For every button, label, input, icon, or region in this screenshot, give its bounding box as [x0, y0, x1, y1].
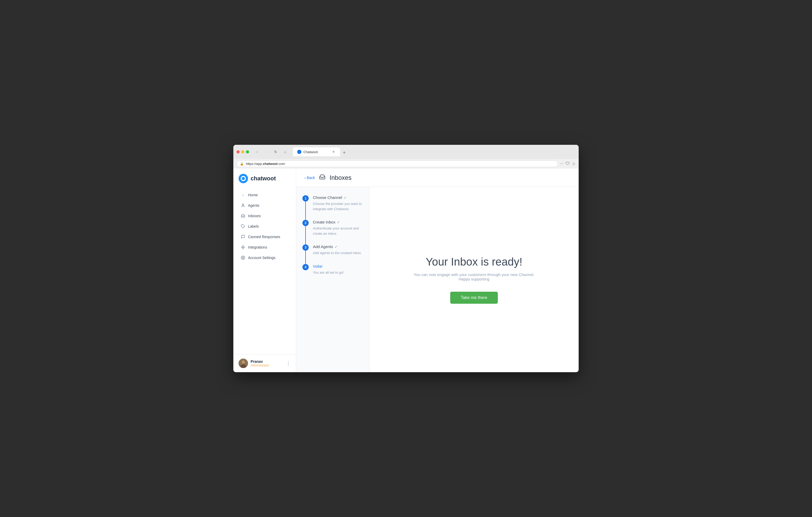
user-menu-button[interactable]: ⋮ [286, 360, 291, 366]
step-3: 3 Add Agents ✓ Add agents to the created… [302, 244, 363, 264]
sidebar-item-home[interactable]: ‹ Home [235, 190, 294, 200]
main-content: ‹ Back Inboxes 1 [296, 169, 579, 372]
step-2: 2 Create Inbox ✓ Authenticate your accou… [302, 220, 363, 244]
page-header: ‹ Back Inboxes [296, 169, 579, 187]
url-prefix: https://app. [246, 162, 263, 166]
sidebar-item-home-label: Home [248, 193, 258, 197]
sidebar-item-inboxes-label: Inboxes [248, 214, 261, 218]
active-tab[interactable]: Chatwoot ✕ [293, 147, 340, 156]
step-2-left: 2 [302, 220, 309, 244]
logo-text: chatwoot [251, 175, 276, 182]
forward-navigation-button[interactable]: → [263, 148, 270, 155]
step-3-description: Add agents to the created inbox. [313, 250, 363, 255]
canned-responses-icon [241, 235, 245, 239]
app-layout: chatwoot ‹ Home Agents Inboxes [233, 169, 579, 372]
step-1-content: Choose Channel ✓ Choose the provider you… [313, 195, 363, 220]
step-3-check-icon: ✓ [335, 245, 338, 249]
tab-favicon [297, 150, 301, 154]
user-info: Pranav Administrator [251, 359, 283, 367]
new-tab-button[interactable]: + [341, 149, 348, 156]
sidebar-item-agents[interactable]: Agents [235, 201, 294, 210]
url-domain: chatwoot [263, 162, 278, 166]
svg-marker-5 [241, 245, 244, 249]
back-link-label: Back [307, 176, 315, 180]
traffic-lights [236, 150, 249, 153]
minimize-window-button[interactable] [241, 150, 244, 153]
tabs-bar: Chatwoot ✕ + [293, 147, 576, 156]
svg-point-8 [242, 360, 245, 364]
close-window-button[interactable] [236, 150, 240, 153]
back-link[interactable]: ‹ Back [304, 176, 315, 180]
inboxes-icon [241, 214, 245, 218]
home-icon: ‹ [241, 193, 245, 197]
take-me-there-button[interactable]: Take me there [450, 292, 498, 304]
tab-close-button[interactable]: ✕ [331, 150, 336, 154]
step-1: 1 Choose Channel ✓ Choose the provider y… [302, 195, 363, 220]
maximize-window-button[interactable] [246, 150, 249, 153]
page-header-icon [319, 174, 325, 181]
step-3-content: Add Agents ✓ Add agents to the created i… [313, 244, 363, 264]
chatwoot-logo-icon [239, 174, 248, 183]
page-title: Inboxes [329, 174, 352, 181]
step-1-description: Choose the provider you want to integrat… [313, 201, 363, 211]
step-3-left: 3 [302, 244, 309, 264]
sidebar-item-integrations-label: Integrations [248, 245, 267, 249]
svg-point-3 [242, 204, 243, 205]
content-area: 1 Choose Channel ✓ Choose the provider y… [296, 187, 579, 372]
step-3-number: 3 [302, 244, 309, 251]
svg-point-2 [242, 177, 245, 180]
browser-action-icons: ··· 🛡 ☆ [560, 161, 576, 166]
sidebar-item-canned-responses[interactable]: Canned Responses [235, 232, 294, 242]
url-display: https://app.chatwoot.com [246, 162, 555, 166]
step-2-line [305, 226, 306, 244]
address-bar[interactable]: 🔒 https://app.chatwoot.com [236, 160, 558, 167]
step-2-title: Create Inbox ✓ [313, 220, 363, 224]
security-icon: 🔒 [240, 162, 244, 166]
url-suffix: .com [278, 162, 285, 166]
sidebar: chatwoot ‹ Home Agents Inboxes [233, 169, 296, 372]
step-2-content: Create Inbox ✓ Authenticate your account… [313, 220, 363, 244]
tab-title: Chatwoot [303, 150, 318, 154]
home-button[interactable]: ⌂ [282, 148, 289, 155]
step-1-title: Choose Channel ✓ [313, 195, 363, 200]
user-area: Pranav Administrator ⋮ [233, 354, 296, 372]
sidebar-item-inboxes[interactable]: Inboxes [235, 211, 294, 221]
back-navigation-button[interactable]: ← [253, 148, 261, 155]
sidebar-item-labels-label: Labels [248, 224, 259, 229]
steps-panel: 1 Choose Channel ✓ Choose the provider y… [296, 187, 369, 372]
step-4-number: 4 [302, 264, 309, 270]
account-settings-icon [241, 255, 245, 260]
step-2-check-icon: ✓ [337, 220, 340, 224]
success-panel: Your Inbox is ready! You can now engage … [369, 187, 579, 372]
step-3-line [305, 251, 306, 264]
sidebar-item-agents-label: Agents [248, 203, 260, 208]
step-1-line [305, 202, 306, 220]
user-name: Pranav [251, 359, 283, 364]
browser-controls: ← → ↻ ⌂ Chatwoot ✕ + [236, 147, 576, 156]
bookmark-icon[interactable]: ☆ [572, 161, 576, 166]
step-1-number: 1 [302, 195, 309, 202]
labels-icon [241, 224, 245, 229]
sidebar-item-account-settings[interactable]: Account Settings [235, 253, 294, 263]
sidebar-item-labels[interactable]: Labels [235, 221, 294, 231]
step-4-left: 4 [302, 264, 309, 275]
step-4-title: Voila! [313, 264, 363, 268]
svg-point-6 [242, 257, 243, 258]
step-4: 4 Voila! You are all set to go! [302, 264, 363, 275]
step-2-description: Authenticate your account and create an … [313, 226, 363, 236]
more-options-icon[interactable]: ··· [560, 161, 563, 166]
step-2-number: 2 [302, 220, 309, 226]
sidebar-item-account-settings-label: Account Settings [248, 255, 276, 260]
browser-chrome: ← → ↻ ⌂ Chatwoot ✕ + [233, 145, 579, 159]
step-1-left: 1 [302, 195, 309, 220]
reload-button[interactable]: ↻ [272, 148, 280, 155]
logo-area: chatwoot [233, 169, 296, 187]
browser-window: ← → ↻ ⌂ Chatwoot ✕ + 🔒 https://app.chatw… [233, 145, 579, 372]
back-chevron-icon: ‹ [304, 176, 306, 180]
user-role: Administrator [251, 364, 283, 367]
user-avatar [239, 359, 248, 368]
sidebar-item-integrations[interactable]: Integrations [235, 242, 294, 252]
success-description: You can now engage with your customers t… [409, 272, 540, 281]
shield-icon: 🛡 [566, 161, 570, 166]
sidebar-nav: ‹ Home Agents Inboxes [233, 187, 296, 354]
